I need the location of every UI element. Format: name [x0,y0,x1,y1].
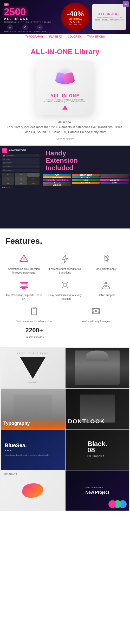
ext-ui-row-3: FLASH FX ▼ [2,161,40,164]
svg-rect-20 [98,309,100,310]
typography-bg: Typography [1,389,65,429]
ext-collage: FLAT COLOR CORR LIGHTNING FX ELECTRIC No… [42,173,130,187]
feature-resolution-label: Any Resolution Supports. Up to 8K [5,294,42,301]
nav-transitions[interactable]: TRANSITIONS [87,35,105,38]
ext-ui-rows: TRANSITIONS ▼ TITLES ▼ FLASH FX ▼ SOUND … [2,154,40,172]
extension-ui-panel: △ ANIMATION STUDIO TRANSITIONS ▼ TITLES … [0,146,42,228]
resolution-icon [17,278,30,291]
bluesea-title: BlueSea. [5,442,61,448]
ext-dot-3 [3,162,5,164]
gallery-typography: Typography [1,389,65,429]
library-title-colored: ALL-IN-ONE [31,48,73,56]
ext-grid: Tr1 Tr2 Tr3 Fx1 Fx2 Cl1 Cl2 Sn1 Sn2 [2,173,40,185]
timer-icon [28,305,41,318]
svg-rect-21 [98,311,100,312]
feature-animation-studio: Animation Studio Extension includes in p… [5,252,42,275]
ext-title-handy: Handy [46,149,66,157]
ext-grid-item-9: Sn2 [27,181,40,185]
ext-item-visual-fx: VISUAL FX [100,179,129,181]
extension-section: △ ANIMATION STUDIO TRANSITIONS ▼ TITLES … [0,146,130,228]
feature-count-number: 2200+ [25,327,43,333]
library-box-inner: ALL-IN-ONE TRANSITIONS | TITLES | EFFECT… [36,61,94,115]
gallery-bluesea: BlueSea. Lorem ipsum dolor sit amet, con… [1,430,65,470]
svg-point-4 [106,256,108,258]
feature-render-speed: Fastest render speed for all transitions [46,252,83,275]
features-row-2: Best timesaver for video editors Works w… [5,305,125,339]
hero-all-in-one: ALL-IN-ONE [4,17,58,21]
cursor-icon [100,252,113,265]
svg-rect-18 [92,309,94,310]
ext-item-photo2 [100,176,129,178]
hero-icon-label-2: INTUITIVE CONTROLS [18,31,32,32]
feature-render-label: Fastest render speed for all transitions [46,267,83,275]
fashion-person [66,348,129,388]
nitrozme-presents: Nitrozme Present [85,486,109,489]
gallery-fashion [66,348,129,388]
hero-subtitle: TRANSITIONS | TITLES | EFFECTS | SOUND [4,21,58,23]
hero-christmas: CHRISTMAS [68,18,82,20]
nitrozme-content: Nitrozme Present New Project [81,482,113,499]
svg-point-3 [23,258,25,260]
abstract-content [1,470,65,511]
library-box: ALL-IN-ONE TRANSITIONS | TITLES | EFFECT… [36,61,94,115]
svg-rect-6 [21,283,27,287]
gallery-blackgraphics: Black.08 08 Graphics [66,430,129,470]
hero-icon-circle-2: ⊘ [22,24,28,30]
typo-overlay: Typography [1,418,65,429]
ext-grid-item-6: Cl1 [27,177,40,181]
ext-item-color-corr: COLOR CORR [72,174,100,176]
library-title-rest: Library [75,48,99,56]
gallery-nitrozme: Nitrozme Present New Project [66,470,129,511]
bluesea-dot-3 [10,450,11,451]
library-box-tagline: TRANSITIONS | TITLES | EFFECTSSOUND | CA… [42,99,88,103]
feature-click-label: One click to apply [96,267,116,271]
library-box-logo [42,105,88,110]
typography-label: Typography [3,421,62,426]
nav-color-fx[interactable]: COLOR FX [68,35,81,38]
abstract-blob [22,483,43,498]
library-description: All in one. This Library includes more t… [5,120,125,135]
ext-collage-wrapper: FLAT COLOR CORR LIGHTNING FX ELECTRIC No… [42,173,130,228]
feature-customization: Easy customization for every Transition [46,278,83,301]
ext-header: △ ANIMATION STUDIO [2,148,40,153]
ext-grid-item-1: Tr1 [2,173,14,177]
ext-item-not-only: Not only transitions. [43,179,71,181]
hero-icon-circle-3: ▭ [37,24,43,30]
hero-left: v5 2500 ALL-IN-ONE TRANSITIONS | TITLES … [4,2,58,32]
ext-grid-item-2: Tr2 [15,173,27,177]
hero-icon-1: △ ANIMATION STUDIO [4,24,16,32]
feature-custom-label: Easy customization for every Transition [46,294,83,301]
feature-support: Online support [88,278,125,301]
availability-text: AVAILABILITY [28,381,38,383]
ext-item-lightning: LIGHTNING FX [43,176,71,178]
hero-icon-circle-1: △ [7,24,13,30]
nav-typography[interactable]: TYPOGRAPHY [25,35,43,38]
ext-grid-item-4: Fx1 [2,177,14,181]
hero-number: 2500 [4,7,58,17]
bluesea-content: BlueSea. Lorem ipsum dolor sit amet, con… [1,439,65,461]
feature-timesaver: Best timesaver for video editors [5,305,63,323]
hero-v5-badge: v5 [4,3,9,6]
feature-animation-label: Animation Studio Extension includes in p… [5,267,42,275]
gallery-section: MAYBE IT'S A TRIANGLE AVAILABILITY Typog… [0,347,130,511]
nav-bar: TYPOGRAPHY | FLASH FX | COLOR FX | TRANS… [0,34,130,40]
extension-right: Handy Extension Included FLAT COLOR CORR… [42,146,130,228]
ext-title-included: Included [46,164,73,172]
blackgraphics-content: Black.08 08 Graphics [83,437,111,462]
library-title: ALL-IN-ONE Library [5,48,125,56]
ext-title-extension: Extension [46,156,78,164]
nitrozme-circles [108,500,127,508]
ext-right-title: Handy Extension Included [42,146,130,173]
ext-ui-row-5: COLOR FX ▼ [2,169,40,172]
ext-ui-row-2: TITLES ▼ [2,158,40,161]
black-subtitle: 08 Graphics [87,454,107,458]
hero-right-subtitle: TRANSITIONS | TITLES | EFFECTSSOUND | CA… [95,17,124,21]
film-icon [89,305,102,318]
feature-footages-label: Works with any footages [82,320,110,323]
triangle-content: MAYBE IT'S A TRIANGLE AVAILABILITY [17,352,49,383]
hero-icon-label-3: ANY RESOLUTION [34,31,46,32]
svg-marker-22 [95,310,98,312]
ae-badge: Ae [123,1,129,7]
svg-point-9 [63,283,67,287]
nav-flash-fx[interactable]: FLASH FX [49,35,62,38]
